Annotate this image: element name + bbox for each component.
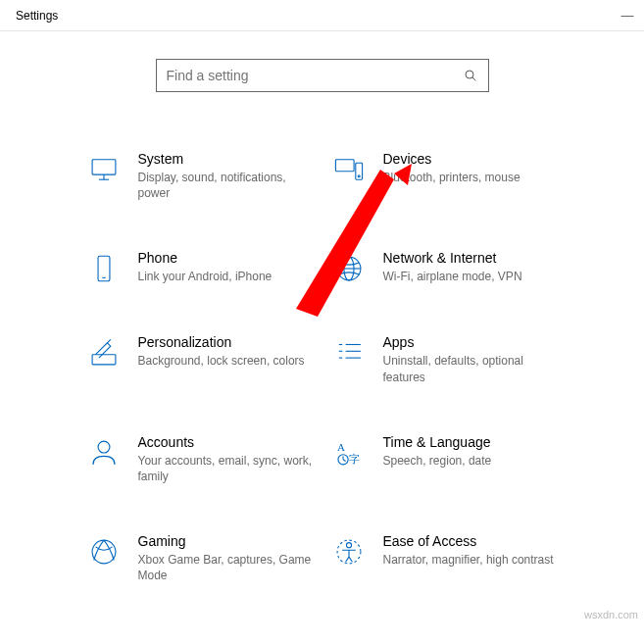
svg-rect-5 bbox=[335, 160, 354, 172]
tile-title: Accounts bbox=[138, 434, 313, 450]
tile-devices[interactable]: Devices Bluetooth, printers, mouse bbox=[332, 151, 558, 201]
svg-point-0 bbox=[466, 71, 473, 78]
minimize-button[interactable]: — bbox=[620, 8, 634, 23]
svg-text:字: 字 bbox=[349, 453, 360, 465]
tile-title: System bbox=[138, 151, 313, 167]
tile-subtitle: Xbox Game Bar, captures, Game Mode bbox=[138, 552, 313, 583]
tile-subtitle: Uninstall, defaults, optional features bbox=[383, 353, 558, 384]
tile-system[interactable]: System Display, sound, notifications, po… bbox=[87, 151, 313, 201]
search-input[interactable] bbox=[167, 68, 463, 83]
tile-ease-of-access[interactable]: Ease of Access Narrator, magnifier, high… bbox=[332, 533, 558, 583]
tile-subtitle: Wi-Fi, airplane mode, VPN bbox=[383, 269, 522, 284]
window-title: Settings bbox=[10, 9, 58, 23]
svg-line-1 bbox=[472, 77, 475, 80]
watermark: wsxdn.com bbox=[584, 609, 638, 620]
svg-point-23 bbox=[98, 441, 110, 453]
person-icon bbox=[87, 436, 121, 470]
tile-apps[interactable]: Apps Uninstall, defaults, optional featu… bbox=[332, 334, 558, 384]
tile-title: Network & Internet bbox=[383, 250, 522, 266]
accessibility-icon bbox=[332, 535, 366, 569]
system-icon bbox=[87, 153, 121, 186]
phone-icon bbox=[87, 252, 121, 285]
globe-icon bbox=[332, 252, 366, 285]
search-box[interactable] bbox=[156, 59, 489, 92]
titlebar: Settings — bbox=[0, 0, 644, 31]
tile-subtitle: Display, sound, notifications, power bbox=[138, 170, 313, 201]
apps-icon bbox=[332, 336, 366, 370]
tile-accounts[interactable]: Accounts Your accounts, email, sync, wor… bbox=[87, 434, 313, 484]
svg-point-31 bbox=[346, 543, 351, 548]
tile-title: Gaming bbox=[138, 533, 313, 549]
tile-subtitle: Link your Android, iPhone bbox=[138, 269, 272, 284]
tile-subtitle: Your accounts, email, sync, work, family bbox=[138, 453, 313, 484]
tile-gaming[interactable]: Gaming Xbox Game Bar, captures, Game Mod… bbox=[87, 533, 313, 583]
svg-point-10 bbox=[358, 175, 360, 177]
svg-text:A: A bbox=[337, 441, 345, 453]
svg-point-29 bbox=[92, 540, 116, 564]
tile-network[interactable]: Network & Internet Wi-Fi, airplane mode,… bbox=[332, 250, 558, 285]
tile-subtitle: Narrator, magnifier, high contrast bbox=[383, 552, 554, 568]
tile-title: Time & Language bbox=[383, 434, 492, 450]
tile-time-language[interactable]: A字 Time & Language Speech, region, date bbox=[332, 434, 558, 484]
window-controls: — bbox=[620, 8, 634, 23]
gaming-icon bbox=[87, 535, 121, 569]
svg-rect-2 bbox=[92, 160, 116, 174]
tile-title: Personalization bbox=[138, 334, 305, 350]
tile-phone[interactable]: Phone Link your Android, iPhone bbox=[87, 250, 313, 285]
tile-title: Devices bbox=[383, 151, 520, 167]
time-language-icon: A字 bbox=[332, 436, 366, 470]
tile-personalization[interactable]: Personalization Background, lock screen,… bbox=[87, 334, 313, 384]
tile-subtitle: Background, lock screen, colors bbox=[138, 353, 305, 369]
svg-rect-16 bbox=[92, 355, 116, 365]
tile-title: Phone bbox=[138, 250, 272, 266]
tile-title: Ease of Access bbox=[383, 533, 554, 549]
settings-grid: System Display, sound, notifications, po… bbox=[0, 151, 644, 584]
tile-title: Apps bbox=[383, 334, 558, 350]
search-icon bbox=[463, 68, 478, 83]
paintbrush-icon bbox=[87, 336, 121, 370]
devices-icon bbox=[332, 153, 366, 186]
search-container bbox=[0, 59, 644, 92]
tile-subtitle: Bluetooth, printers, mouse bbox=[383, 170, 520, 185]
tile-subtitle: Speech, region, date bbox=[383, 453, 492, 469]
svg-line-28 bbox=[343, 460, 346, 462]
